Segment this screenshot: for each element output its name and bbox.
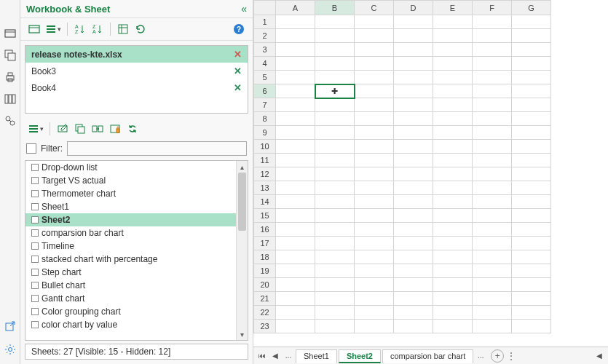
- cell[interactable]: [473, 195, 512, 209]
- row-header[interactable]: 2: [254, 29, 276, 43]
- row-header[interactable]: 23: [254, 320, 276, 333]
- close-icon[interactable]: ✕: [234, 66, 242, 76]
- cell[interactable]: [473, 29, 512, 43]
- cell[interactable]: [473, 167, 512, 181]
- sheet-item[interactable]: Gantt chart: [25, 292, 236, 305]
- cell[interactable]: [512, 320, 551, 333]
- sort-asc-icon[interactable]: AZ: [72, 21, 88, 37]
- cell[interactable]: [315, 71, 355, 84]
- cell[interactable]: [473, 15, 512, 29]
- cell[interactable]: [433, 29, 473, 43]
- cell[interactable]: [394, 112, 433, 126]
- cell[interactable]: [315, 181, 355, 195]
- workbook-item[interactable]: Book4✕: [25, 79, 248, 96]
- cell[interactable]: [473, 209, 512, 223]
- sheet-item[interactable]: Sheet2: [25, 213, 236, 226]
- sheet-sync-icon[interactable]: [125, 121, 141, 137]
- cell[interactable]: [512, 57, 551, 71]
- cell[interactable]: [315, 320, 355, 333]
- cell[interactable]: [276, 57, 315, 71]
- cell[interactable]: [355, 306, 394, 320]
- sheet-checkbox[interactable]: [31, 190, 39, 197]
- cell[interactable]: [315, 29, 355, 43]
- tab-windows-icon[interactable]: [3, 47, 17, 64]
- row-header[interactable]: 6: [254, 84, 276, 98]
- row-header[interactable]: 20: [254, 278, 276, 292]
- sheet-checkbox[interactable]: [31, 269, 39, 276]
- cell[interactable]: [512, 140, 551, 154]
- sheet-checkbox[interactable]: [31, 308, 39, 315]
- cell[interactable]: [276, 140, 315, 154]
- cell[interactable]: [394, 43, 433, 57]
- cell[interactable]: [355, 181, 394, 195]
- settings-gear-icon[interactable]: [3, 341, 17, 358]
- refresh-icon[interactable]: [133, 21, 149, 37]
- cell[interactable]: [394, 223, 433, 237]
- cell[interactable]: [276, 154, 315, 167]
- scroll-up-arrow[interactable]: ▴: [237, 161, 248, 173]
- column-header[interactable]: E: [433, 1, 473, 15]
- sheet-item[interactable]: stacked chart with percentage: [25, 253, 236, 266]
- cell[interactable]: [512, 264, 551, 278]
- cell[interactable]: [433, 43, 473, 57]
- cell[interactable]: [315, 167, 355, 181]
- sheet-item[interactable]: Target VS actual: [25, 174, 236, 187]
- cell[interactable]: [355, 112, 394, 126]
- cell[interactable]: [512, 71, 551, 84]
- cell[interactable]: [512, 292, 551, 306]
- sheet-item[interactable]: Drop-down list: [25, 161, 236, 174]
- cell[interactable]: [433, 181, 473, 195]
- cell[interactable]: [433, 250, 473, 264]
- cell[interactable]: [276, 264, 315, 278]
- cell[interactable]: [315, 237, 355, 250]
- tab-ellipsis-left[interactable]: ...: [283, 349, 294, 363]
- sheet-item[interactable]: Timeline: [25, 240, 236, 253]
- sort-desc-icon[interactable]: ZA: [90, 21, 106, 37]
- cell[interactable]: [433, 140, 473, 154]
- sheet-tab[interactable]: comparsion bar chart: [382, 349, 473, 363]
- cell[interactable]: [276, 278, 315, 292]
- column-header[interactable]: F: [473, 1, 512, 15]
- close-icon[interactable]: ✕: [234, 49, 242, 60]
- cell[interactable]: [315, 15, 355, 29]
- cell[interactable]: [276, 237, 315, 250]
- cell[interactable]: [473, 237, 512, 250]
- scroll-thumb[interactable]: [238, 173, 246, 231]
- cell[interactable]: [512, 223, 551, 237]
- cell[interactable]: [315, 154, 355, 167]
- column-header[interactable]: B: [315, 1, 355, 15]
- sheet-rename-icon[interactable]: [55, 121, 71, 137]
- cell[interactable]: [473, 126, 512, 140]
- cell[interactable]: [512, 126, 551, 140]
- sheet-lock-icon[interactable]: [107, 121, 123, 137]
- filter-checkbox[interactable]: [26, 143, 36, 154]
- cell[interactable]: [315, 140, 355, 154]
- cell[interactable]: [276, 43, 315, 57]
- cell[interactable]: [433, 112, 473, 126]
- cell[interactable]: [355, 140, 394, 154]
- toolbar-window-icon[interactable]: [26, 21, 42, 37]
- add-sheet-button[interactable]: +: [491, 349, 504, 363]
- cell[interactable]: [473, 181, 512, 195]
- cell[interactable]: [512, 167, 551, 181]
- sheet-checkbox[interactable]: [31, 256, 39, 263]
- column-header[interactable]: C: [355, 1, 394, 15]
- select-all-corner[interactable]: [254, 1, 276, 15]
- row-header[interactable]: 4: [254, 57, 276, 71]
- cell[interactable]: [355, 98, 394, 112]
- cell[interactable]: [512, 43, 551, 57]
- sheet-tab[interactable]: Sheet1: [296, 349, 337, 363]
- cell[interactable]: [276, 209, 315, 223]
- cell[interactable]: [394, 15, 433, 29]
- row-header[interactable]: 22: [254, 306, 276, 320]
- row-header[interactable]: 17: [254, 237, 276, 250]
- cell[interactable]: [433, 167, 473, 181]
- row-header[interactable]: 10: [254, 140, 276, 154]
- cell[interactable]: [433, 264, 473, 278]
- cell[interactable]: [276, 98, 315, 112]
- cell[interactable]: [355, 278, 394, 292]
- cell[interactable]: ✚: [315, 84, 355, 98]
- scroll-down-arrow[interactable]: ▾: [237, 328, 248, 340]
- cell[interactable]: [315, 209, 355, 223]
- cell[interactable]: [394, 306, 433, 320]
